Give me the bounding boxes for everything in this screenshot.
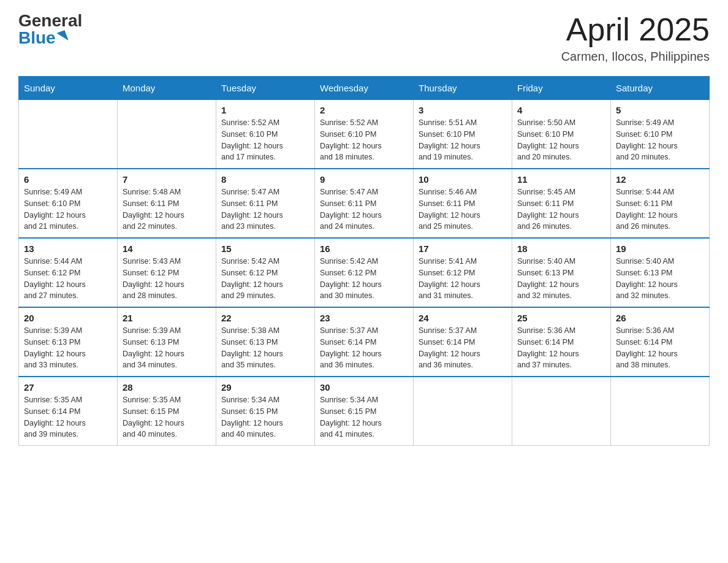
- day-info: Sunrise: 5:39 AM Sunset: 6:13 PM Dayligh…: [24, 325, 112, 371]
- day-info: Sunrise: 5:34 AM Sunset: 6:15 PM Dayligh…: [320, 394, 408, 440]
- day-number: 3: [419, 105, 507, 115]
- day-number: 18: [517, 243, 605, 254]
- calendar-cell: 21Sunrise: 5:39 AM Sunset: 6:13 PM Dayli…: [118, 307, 216, 377]
- day-number: 8: [221, 174, 309, 185]
- title-section: April 2025 Carmen, Ilocos, Philippines: [561, 12, 710, 64]
- day-info: Sunrise: 5:50 AM Sunset: 6:10 PM Dayligh…: [517, 117, 605, 163]
- calendar-cell: [414, 377, 512, 446]
- calendar-cell: [611, 377, 710, 446]
- calendar-cell: 13Sunrise: 5:44 AM Sunset: 6:12 PM Dayli…: [19, 238, 118, 307]
- logo-triangle-icon: [56, 30, 68, 44]
- calendar-cell: 30Sunrise: 5:34 AM Sunset: 6:15 PM Dayli…: [315, 377, 414, 446]
- day-number: 12: [616, 174, 704, 185]
- logo: General Blue: [18, 12, 82, 47]
- day-number: 30: [320, 382, 408, 393]
- day-info: Sunrise: 5:40 AM Sunset: 6:13 PM Dayligh…: [616, 256, 704, 302]
- calendar-cell: 5Sunrise: 5:49 AM Sunset: 6:10 PM Daylig…: [611, 100, 710, 169]
- day-number: 23: [320, 313, 408, 323]
- calendar-week-row: 20Sunrise: 5:39 AM Sunset: 6:13 PM Dayli…: [19, 307, 710, 377]
- day-number: 9: [320, 174, 408, 185]
- day-number: 10: [419, 174, 507, 185]
- day-info: Sunrise: 5:47 AM Sunset: 6:11 PM Dayligh…: [320, 186, 408, 232]
- month-title: April 2025: [561, 12, 710, 47]
- day-info: Sunrise: 5:52 AM Sunset: 6:10 PM Dayligh…: [221, 117, 309, 163]
- calendar-cell: 18Sunrise: 5:40 AM Sunset: 6:13 PM Dayli…: [512, 238, 611, 307]
- day-info: Sunrise: 5:40 AM Sunset: 6:13 PM Dayligh…: [517, 256, 605, 302]
- calendar-cell: 22Sunrise: 5:38 AM Sunset: 6:13 PM Dayli…: [216, 307, 315, 377]
- calendar-cell: 8Sunrise: 5:47 AM Sunset: 6:11 PM Daylig…: [216, 169, 315, 238]
- col-header-thursday: Thursday: [414, 77, 512, 100]
- calendar-week-row: 1Sunrise: 5:52 AM Sunset: 6:10 PM Daylig…: [19, 100, 710, 169]
- calendar-cell: 11Sunrise: 5:45 AM Sunset: 6:11 PM Dayli…: [512, 169, 611, 238]
- day-number: 29: [221, 382, 309, 393]
- day-number: 2: [320, 105, 408, 115]
- day-number: 6: [24, 174, 112, 185]
- day-info: Sunrise: 5:45 AM Sunset: 6:11 PM Dayligh…: [517, 186, 605, 232]
- day-info: Sunrise: 5:44 AM Sunset: 6:11 PM Dayligh…: [616, 186, 704, 232]
- day-number: 16: [320, 243, 408, 254]
- calendar-cell: 26Sunrise: 5:36 AM Sunset: 6:14 PM Dayli…: [611, 307, 710, 377]
- day-info: Sunrise: 5:35 AM Sunset: 6:15 PM Dayligh…: [123, 394, 211, 440]
- calendar-week-row: 27Sunrise: 5:35 AM Sunset: 6:14 PM Dayli…: [19, 377, 710, 446]
- day-number: 14: [123, 243, 211, 254]
- calendar-cell: [512, 377, 611, 446]
- calendar-week-row: 13Sunrise: 5:44 AM Sunset: 6:12 PM Dayli…: [19, 238, 710, 307]
- calendar-week-row: 6Sunrise: 5:49 AM Sunset: 6:10 PM Daylig…: [19, 169, 710, 238]
- day-info: Sunrise: 5:39 AM Sunset: 6:13 PM Dayligh…: [123, 325, 211, 371]
- day-number: 15: [221, 243, 309, 254]
- day-info: Sunrise: 5:34 AM Sunset: 6:15 PM Dayligh…: [221, 394, 309, 440]
- day-number: 1: [221, 105, 309, 115]
- day-info: Sunrise: 5:37 AM Sunset: 6:14 PM Dayligh…: [320, 325, 408, 371]
- day-info: Sunrise: 5:42 AM Sunset: 6:12 PM Dayligh…: [221, 256, 309, 302]
- col-header-sunday: Sunday: [19, 77, 118, 100]
- page-header: General Blue April 2025 Carmen, Ilocos, …: [18, 12, 710, 64]
- calendar-cell: 23Sunrise: 5:37 AM Sunset: 6:14 PM Dayli…: [315, 307, 414, 377]
- day-info: Sunrise: 5:36 AM Sunset: 6:14 PM Dayligh…: [517, 325, 605, 371]
- day-info: Sunrise: 5:52 AM Sunset: 6:10 PM Dayligh…: [320, 117, 408, 163]
- day-info: Sunrise: 5:38 AM Sunset: 6:13 PM Dayligh…: [221, 325, 309, 371]
- calendar-cell: 16Sunrise: 5:42 AM Sunset: 6:12 PM Dayli…: [315, 238, 414, 307]
- day-info: Sunrise: 5:35 AM Sunset: 6:14 PM Dayligh…: [24, 394, 112, 440]
- day-number: 7: [123, 174, 211, 185]
- calendar-cell: 27Sunrise: 5:35 AM Sunset: 6:14 PM Dayli…: [19, 377, 118, 446]
- day-info: Sunrise: 5:46 AM Sunset: 6:11 PM Dayligh…: [419, 186, 507, 232]
- calendar-cell: 4Sunrise: 5:50 AM Sunset: 6:10 PM Daylig…: [512, 100, 611, 169]
- day-number: 28: [123, 382, 211, 393]
- col-header-wednesday: Wednesday: [315, 77, 414, 100]
- day-number: 13: [24, 243, 112, 254]
- col-header-tuesday: Tuesday: [216, 77, 315, 100]
- calendar-cell: 12Sunrise: 5:44 AM Sunset: 6:11 PM Dayli…: [611, 169, 710, 238]
- day-info: Sunrise: 5:42 AM Sunset: 6:12 PM Dayligh…: [320, 256, 408, 302]
- calendar-cell: [19, 100, 118, 169]
- day-info: Sunrise: 5:41 AM Sunset: 6:12 PM Dayligh…: [419, 256, 507, 302]
- day-info: Sunrise: 5:48 AM Sunset: 6:11 PM Dayligh…: [123, 186, 211, 232]
- calendar-header-row: SundayMondayTuesdayWednesdayThursdayFrid…: [19, 77, 710, 100]
- calendar-cell: 1Sunrise: 5:52 AM Sunset: 6:10 PM Daylig…: [216, 100, 315, 169]
- day-number: 25: [517, 313, 605, 323]
- day-number: 17: [419, 243, 507, 254]
- calendar-cell: 28Sunrise: 5:35 AM Sunset: 6:15 PM Dayli…: [118, 377, 216, 446]
- day-info: Sunrise: 5:51 AM Sunset: 6:10 PM Dayligh…: [419, 117, 507, 163]
- day-number: 11: [517, 174, 605, 185]
- calendar-cell: 29Sunrise: 5:34 AM Sunset: 6:15 PM Dayli…: [216, 377, 315, 446]
- day-number: 19: [616, 243, 704, 254]
- calendar-cell: 6Sunrise: 5:49 AM Sunset: 6:10 PM Daylig…: [19, 169, 118, 238]
- calendar-cell: 7Sunrise: 5:48 AM Sunset: 6:11 PM Daylig…: [118, 169, 216, 238]
- calendar-table: SundayMondayTuesdayWednesdayThursdayFrid…: [18, 76, 710, 446]
- calendar-cell: 3Sunrise: 5:51 AM Sunset: 6:10 PM Daylig…: [414, 100, 512, 169]
- day-number: 24: [419, 313, 507, 323]
- calendar-cell: 2Sunrise: 5:52 AM Sunset: 6:10 PM Daylig…: [315, 100, 414, 169]
- calendar-cell: 20Sunrise: 5:39 AM Sunset: 6:13 PM Dayli…: [19, 307, 118, 377]
- calendar-cell: [118, 100, 216, 169]
- day-number: 21: [123, 313, 211, 323]
- calendar-cell: 17Sunrise: 5:41 AM Sunset: 6:12 PM Dayli…: [414, 238, 512, 307]
- day-number: 5: [616, 105, 704, 115]
- calendar-cell: 15Sunrise: 5:42 AM Sunset: 6:12 PM Dayli…: [216, 238, 315, 307]
- day-info: Sunrise: 5:36 AM Sunset: 6:14 PM Dayligh…: [616, 325, 704, 371]
- col-header-monday: Monday: [118, 77, 216, 100]
- day-number: 27: [24, 382, 112, 393]
- day-info: Sunrise: 5:47 AM Sunset: 6:11 PM Dayligh…: [221, 186, 309, 232]
- day-info: Sunrise: 5:37 AM Sunset: 6:14 PM Dayligh…: [419, 325, 507, 371]
- calendar-cell: 9Sunrise: 5:47 AM Sunset: 6:11 PM Daylig…: [315, 169, 414, 238]
- calendar-cell: 14Sunrise: 5:43 AM Sunset: 6:12 PM Dayli…: [118, 238, 216, 307]
